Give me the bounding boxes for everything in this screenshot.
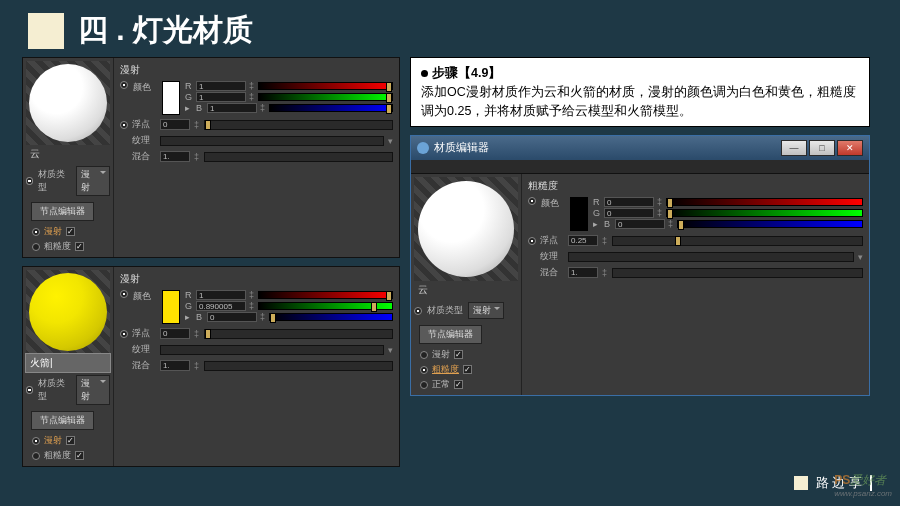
b-slider[interactable] xyxy=(269,104,393,112)
g-value[interactable]: 0 xyxy=(604,208,654,218)
spinner-icon[interactable]: ‡ xyxy=(260,103,266,113)
material-type-dropdown[interactable]: 漫射 xyxy=(468,302,504,319)
checkbox-icon[interactable] xyxy=(66,436,75,445)
g-value[interactable]: 1 xyxy=(196,92,246,102)
window-titlebar[interactable]: 材质编辑器 — □ ✕ xyxy=(411,136,869,160)
mix-slider[interactable] xyxy=(612,268,863,278)
color-swatch[interactable] xyxy=(162,81,180,115)
spinner-icon[interactable]: ‡ xyxy=(194,152,200,162)
node-editor-button[interactable]: 节点编辑器 xyxy=(31,411,94,430)
spinner-icon[interactable]: ‡ xyxy=(249,81,255,91)
roughness-check-label: 粗糙度 xyxy=(432,363,459,376)
mix-value[interactable]: 1. xyxy=(160,360,190,371)
b-slider[interactable] xyxy=(677,220,863,228)
chevron-down-icon[interactable]: ▾ xyxy=(388,345,393,355)
radio-icon[interactable] xyxy=(32,243,40,251)
mix-value[interactable]: 1. xyxy=(160,151,190,162)
app-icon xyxy=(417,142,429,154)
mix-label: 混合 xyxy=(132,150,156,163)
color-swatch[interactable] xyxy=(162,290,180,324)
spinner-icon[interactable]: ‡ xyxy=(602,268,608,278)
right-column: 步骤【4.9】 添加OC漫射材质作为云和火箭的材质，漫射的颜色调为白色和黄色，粗… xyxy=(410,57,870,467)
radio-icon[interactable] xyxy=(120,290,128,298)
b-value[interactable]: 0 xyxy=(615,219,665,229)
menubar[interactable] xyxy=(411,160,869,174)
g-slider[interactable] xyxy=(666,209,863,217)
radio-icon[interactable] xyxy=(120,81,128,89)
chevron-down-icon[interactable]: ▾ xyxy=(858,252,863,262)
spinner-icon[interactable]: ‡ xyxy=(194,361,200,371)
checkbox-icon[interactable] xyxy=(454,380,463,389)
g-value[interactable]: 0.890005 xyxy=(196,301,246,311)
float-value[interactable]: 0 xyxy=(160,119,190,130)
material-name[interactable]: 云 xyxy=(26,145,110,163)
channel-r: R xyxy=(185,81,193,91)
spinner-icon[interactable]: ‡ xyxy=(249,290,255,300)
material-type-dropdown[interactable]: 漫射 xyxy=(76,166,110,196)
mix-slider[interactable] xyxy=(204,361,393,371)
spinner-icon[interactable]: ‡ xyxy=(657,208,663,218)
radio-icon[interactable] xyxy=(420,366,428,374)
radio-icon[interactable] xyxy=(32,452,40,460)
material-name-editing[interactable]: 火箭| xyxy=(26,354,110,372)
chevron-down-icon[interactable]: ▾ xyxy=(388,136,393,146)
checkbox-icon[interactable] xyxy=(75,451,84,460)
radio-icon[interactable] xyxy=(32,437,40,445)
float-slider[interactable] xyxy=(204,329,393,339)
b-slider[interactable] xyxy=(269,313,393,321)
spinner-icon[interactable]: ‡ xyxy=(194,329,200,339)
spinner-icon[interactable]: ‡ xyxy=(249,92,255,102)
g-slider[interactable] xyxy=(258,302,393,310)
radio-icon[interactable] xyxy=(420,351,428,359)
footer-accent-block xyxy=(794,476,808,490)
float-value[interactable]: 0.25 xyxy=(568,235,598,246)
preview-column: 火箭| 材质类型 漫射 节点编辑器 漫射 粗糙度 xyxy=(23,267,113,466)
node-editor-button[interactable]: 节点编辑器 xyxy=(31,202,94,221)
mix-slider[interactable] xyxy=(204,152,393,162)
float-slider[interactable] xyxy=(204,120,393,130)
r-value[interactable]: 0 xyxy=(604,197,654,207)
material-name[interactable]: 云 xyxy=(414,281,518,299)
r-slider[interactable] xyxy=(666,198,863,206)
radio-icon[interactable] xyxy=(528,197,536,205)
r-slider[interactable] xyxy=(258,291,393,299)
node-editor-button[interactable]: 节点编辑器 xyxy=(419,325,482,344)
checkbox-icon[interactable] xyxy=(454,350,463,359)
radio-icon[interactable] xyxy=(26,386,33,394)
r-slider[interactable] xyxy=(258,82,393,90)
spinner-icon[interactable]: ‡ xyxy=(602,236,608,246)
radio-icon[interactable] xyxy=(414,307,422,315)
radio-icon[interactable] xyxy=(26,177,33,185)
checkbox-icon[interactable] xyxy=(66,227,75,236)
spinner-icon[interactable]: ‡ xyxy=(260,312,266,322)
g-slider[interactable] xyxy=(258,93,393,101)
texture-slot[interactable] xyxy=(160,136,384,146)
r-value[interactable]: 1 xyxy=(196,81,246,91)
radio-icon[interactable] xyxy=(120,330,128,338)
checkbox-icon[interactable] xyxy=(463,365,472,374)
radio-icon[interactable] xyxy=(420,381,428,389)
float-value[interactable]: 0 xyxy=(160,328,190,339)
checkbox-icon[interactable] xyxy=(75,242,84,251)
spinner-icon[interactable]: ‡ xyxy=(194,120,200,130)
spinner-icon[interactable]: ‡ xyxy=(668,219,674,229)
b-value[interactable]: 1 xyxy=(207,103,257,113)
b-value[interactable]: 0 xyxy=(207,312,257,322)
texture-slot[interactable] xyxy=(568,252,854,262)
roughness-check-label: 粗糙度 xyxy=(44,240,71,253)
diffuse-check-label: 漫射 xyxy=(432,348,450,361)
maximize-button[interactable]: □ xyxy=(809,140,835,156)
color-swatch[interactable] xyxy=(570,197,588,231)
spinner-icon[interactable]: ‡ xyxy=(249,301,255,311)
mix-value[interactable]: 1. xyxy=(568,267,598,278)
spinner-icon[interactable]: ‡ xyxy=(657,197,663,207)
close-button[interactable]: ✕ xyxy=(837,140,863,156)
material-type-dropdown[interactable]: 漫射 xyxy=(76,375,110,405)
minimize-button[interactable]: — xyxy=(781,140,807,156)
texture-slot[interactable] xyxy=(160,345,384,355)
r-value[interactable]: 1 xyxy=(196,290,246,300)
radio-icon[interactable] xyxy=(528,237,536,245)
float-slider[interactable] xyxy=(612,236,863,246)
radio-icon[interactable] xyxy=(32,228,40,236)
radio-icon[interactable] xyxy=(120,121,128,129)
